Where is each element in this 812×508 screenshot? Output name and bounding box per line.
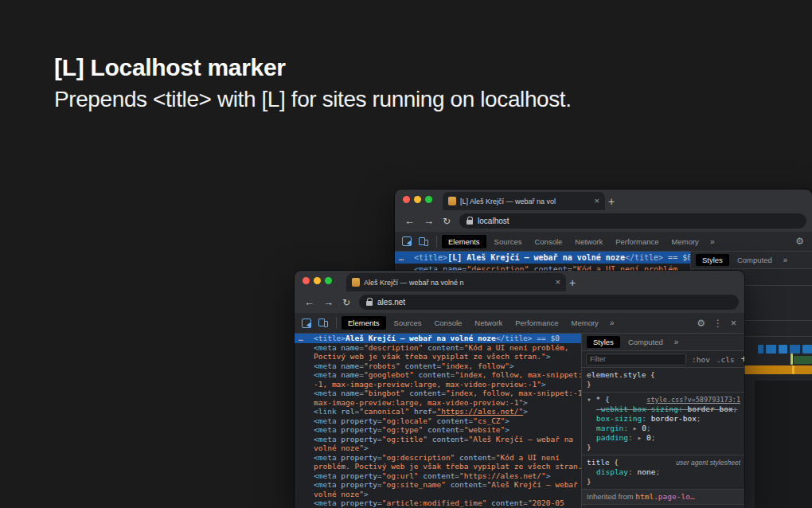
devtools-close-icon[interactable]: × xyxy=(731,318,736,328)
url-text: localhost xyxy=(478,217,509,225)
tab-styles[interactable]: Styles xyxy=(696,254,729,266)
traffic-lights xyxy=(403,196,432,203)
tabs-overflow-chevron-icon[interactable]: » xyxy=(705,237,720,246)
dom-node[interactable]: <meta name="bingbot" content="index, fol… xyxy=(295,389,581,398)
tab-performance[interactable]: Performance xyxy=(609,235,665,248)
tab-close-icon[interactable]: × xyxy=(556,278,560,287)
style-rule-section: title {user agent stylesheetdisplay: non… xyxy=(582,455,744,490)
tab-console[interactable]: Console xyxy=(528,235,568,248)
stylesheet-source-link[interactable]: style.css?v=589793173:1 xyxy=(646,395,744,404)
new-tab-button[interactable]: + xyxy=(608,195,615,208)
zoom-window-button[interactable] xyxy=(325,277,332,284)
tabs-overflow-chevron-icon[interactable]: » xyxy=(605,318,619,327)
styles-filter-row: :hov .cls + ▾ xyxy=(582,351,744,368)
tab-elements[interactable]: Elements xyxy=(342,316,386,330)
tab-styles[interactable]: Styles xyxy=(587,336,620,348)
dom-node[interactable]: <meta property="article:modified_time" c… xyxy=(295,498,581,508)
dom-node[interactable]: Poctivý web je však třeba vypiplat ze vš… xyxy=(295,352,581,361)
selected-dom-node[interactable]: …<title>[L] Aleš Krejčí — webař na volné… xyxy=(395,252,690,264)
back-icon[interactable]: ← xyxy=(304,297,314,307)
device-toolbar-icon[interactable] xyxy=(318,318,328,327)
style-declaration[interactable]: margin: ▸ 0; xyxy=(582,424,744,433)
new-tab-button[interactable]: + xyxy=(569,276,576,289)
device-toolbar-icon[interactable] xyxy=(419,237,428,246)
tab-elements[interactable]: Elements xyxy=(442,235,486,248)
dom-node[interactable]: <meta name="description" content="Kód a … xyxy=(295,343,581,353)
more-options-icon[interactable]: ⋮ xyxy=(713,318,723,328)
inspect-element-icon[interactable] xyxy=(302,318,311,328)
reload-icon[interactable]: ↻ xyxy=(342,298,350,307)
titlebar[interactable]: [L] Aleš Krejčí — webař na vol × + xyxy=(395,190,812,210)
style-declaration[interactable]: box-sizing: border-box; xyxy=(582,414,744,424)
tab-title: [L] Aleš Krejčí — webař na vol xyxy=(460,197,591,205)
dom-node[interactable]: <meta property="og:locale" content="cs_C… xyxy=(295,416,581,426)
url-bar[interactable]: ales.net xyxy=(359,295,739,310)
dom-node[interactable]: <meta name="googlebot" content="index, f… xyxy=(295,370,581,380)
dom-node[interactable]: <meta property="og:site_name" content="A… xyxy=(295,480,581,490)
forward-icon[interactable]: → xyxy=(424,216,434,226)
code-gutter xyxy=(295,444,314,453)
close-window-button[interactable] xyxy=(303,277,310,284)
rule-universal-selector[interactable]: ▾ * {style.css?v=589793173:1 xyxy=(582,395,744,404)
zoom-window-button[interactable] xyxy=(425,196,432,203)
code-gutter xyxy=(295,490,314,499)
style-rule-section: ▾ * {style.css?v=589793173:1-webkit-box-… xyxy=(582,393,744,455)
browser-tab[interactable]: [L] Aleš Krejčí — webař na vol × xyxy=(443,192,605,210)
inspect-element-icon[interactable] xyxy=(402,236,412,246)
tab-memory[interactable]: Memory xyxy=(565,316,605,330)
tab-close-icon[interactable]: × xyxy=(595,197,599,205)
back-icon[interactable]: ← xyxy=(404,216,415,226)
tab-console[interactable]: Console xyxy=(427,316,468,330)
dom-node[interactable]: <meta property="og:url" content="https:/… xyxy=(295,471,581,481)
dom-node[interactable]: <meta name="robots" content="index, foll… xyxy=(295,361,581,371)
styles-filter-input[interactable] xyxy=(586,354,686,365)
code-gutter xyxy=(295,435,314,444)
dom-node[interactable]: <meta property="og:title" content="Aleš … xyxy=(295,435,581,444)
lock-icon[interactable] xyxy=(467,220,473,225)
close-window-button[interactable] xyxy=(403,196,410,203)
reload-icon[interactable]: ↻ xyxy=(443,217,451,226)
url-bar[interactable]: localhost xyxy=(459,213,806,229)
tab-computed[interactable]: Computed xyxy=(731,254,779,266)
new-style-rule-button[interactable]: + xyxy=(741,354,744,365)
style-declaration[interactable]: -webkit-box-sizing: border-box; xyxy=(582,404,744,414)
forward-icon[interactable]: → xyxy=(323,297,334,307)
tabs-overflow-chevron-icon[interactable]: » xyxy=(779,256,793,264)
dom-node[interactable]: volné noze"> xyxy=(295,490,581,499)
browser-tab[interactable]: Aleš Krejčí — webař na volné n × xyxy=(346,273,566,291)
selected-dom-node[interactable]: …<title>Aleš Krejčí — webař na volné noz… xyxy=(295,334,581,343)
dom-node[interactable]: <link rel="canonical" href="https://ales… xyxy=(295,407,581,416)
minimize-window-button[interactable] xyxy=(314,277,321,284)
devtools-tab-bar: ElementsSourcesConsoleNetworkPerformance… xyxy=(340,316,697,330)
tab-sources[interactable]: Sources xyxy=(388,316,428,330)
code-gutter xyxy=(295,389,314,398)
element-style-selector[interactable]: element.style { xyxy=(582,370,744,380)
tab-memory[interactable]: Memory xyxy=(666,235,705,248)
dom-node[interactable]: max-image-preview:large, max-video-previ… xyxy=(295,398,581,408)
toggle-class-button[interactable]: .cls xyxy=(716,355,735,364)
tab-sources[interactable]: Sources xyxy=(488,235,529,248)
style-declaration[interactable]: display: none; xyxy=(582,467,744,477)
page-dark-region xyxy=(755,381,812,508)
dom-node[interactable]: <meta property="og:description" content=… xyxy=(295,453,581,463)
rule-title-selector[interactable]: title {user agent stylesheet xyxy=(582,458,744,467)
dom-node[interactable]: -1, max-image-preview:large, max-video-p… xyxy=(295,380,581,389)
style-declaration[interactable]: padding: ▸ 0; xyxy=(582,433,744,443)
titlebar[interactable]: Aleš Krejčí — webař na volné n × + xyxy=(295,271,744,291)
tab-network[interactable]: Network xyxy=(468,316,509,330)
lock-icon[interactable] xyxy=(366,301,373,306)
settings-gear-icon[interactable]: ⚙ xyxy=(795,236,804,246)
minimize-window-button[interactable] xyxy=(414,196,421,203)
tab-network[interactable]: Network xyxy=(568,235,609,248)
dom-node[interactable]: volné noze"> xyxy=(295,444,581,453)
dom-node[interactable]: problém. Poctivý web je však třeba vypip… xyxy=(295,462,581,471)
toggle-hover-state-button[interactable]: :hov xyxy=(692,355,710,364)
dom-node[interactable]: <meta property="og:type" content="websit… xyxy=(295,425,581,435)
tab-performance[interactable]: Performance xyxy=(509,316,564,330)
devtools-toolbar: ElementsSourcesConsoleNetworkPerformance… xyxy=(295,313,744,334)
tab-computed[interactable]: Computed xyxy=(622,336,670,348)
settings-gear-icon[interactable]: ⚙ xyxy=(697,318,705,328)
code-gutter xyxy=(295,352,314,361)
timeline-tick-amber xyxy=(792,365,794,374)
tabs-overflow-chevron-icon[interactable]: » xyxy=(670,338,684,346)
